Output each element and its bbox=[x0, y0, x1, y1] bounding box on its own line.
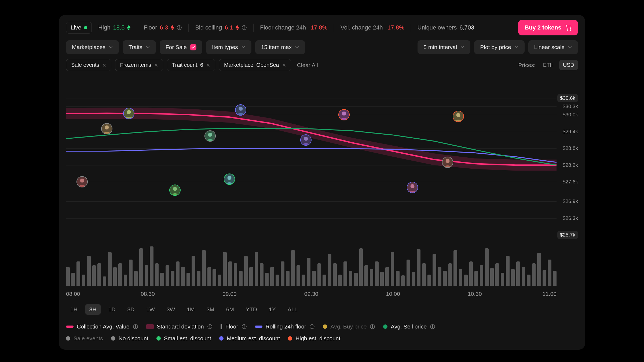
svg-point-31 bbox=[304, 137, 308, 141]
volume-bar bbox=[207, 267, 211, 286]
legend-item[interactable]: No discount bbox=[111, 335, 148, 342]
range-selector: 1H3H1D3D1W3W1M3M6MYTD1YALL bbox=[66, 304, 302, 315]
close-icon[interactable] bbox=[103, 63, 106, 67]
sale-event-marker[interactable] bbox=[123, 107, 135, 120]
filter-chip[interactable]: Sale events bbox=[66, 59, 111, 71]
volume-bar bbox=[228, 261, 232, 286]
filter-row-2: Sale eventsFrozen itemsTrait count: 6Mar… bbox=[59, 59, 585, 71]
volume-bar bbox=[113, 267, 117, 286]
volume-bar bbox=[480, 265, 484, 286]
currency-eth[interactable]: ETH bbox=[539, 60, 558, 70]
info-icon[interactable] bbox=[207, 324, 213, 329]
info-icon[interactable] bbox=[370, 324, 375, 329]
info-icon[interactable] bbox=[430, 324, 435, 329]
volume-bar bbox=[323, 275, 326, 286]
info-icon[interactable] bbox=[309, 324, 315, 329]
marketplaces-dropdown[interactable]: Marketplaces bbox=[66, 40, 119, 54]
legend-item[interactable]: Small est. discount bbox=[156, 335, 211, 342]
traits-dropdown[interactable]: Traits bbox=[123, 40, 156, 54]
range-3m[interactable]: 3M bbox=[202, 304, 219, 315]
item-max-dropdown[interactable]: 15 item max bbox=[255, 40, 305, 54]
item-types-dropdown[interactable]: Item types bbox=[206, 40, 251, 54]
sale-event-marker[interactable] bbox=[441, 156, 454, 168]
svg-point-4 bbox=[244, 26, 244, 27]
range-1d[interactable]: 1D bbox=[104, 304, 120, 315]
svg-point-48 bbox=[209, 325, 210, 326]
volume-bar bbox=[433, 254, 436, 286]
divider bbox=[411, 24, 411, 32]
volume-chart[interactable] bbox=[66, 243, 557, 286]
plot-by-dropdown[interactable]: Plot by price bbox=[474, 40, 525, 54]
volume-bar bbox=[527, 275, 530, 286]
legend-item[interactable]: High est. discount bbox=[288, 335, 340, 342]
info-icon[interactable] bbox=[241, 324, 247, 329]
range-1y[interactable]: 1Y bbox=[265, 304, 280, 315]
legend-item[interactable]: Medium est. discount bbox=[219, 335, 280, 342]
range-3w[interactable]: 3W bbox=[162, 304, 180, 315]
range-1w[interactable]: 1W bbox=[142, 304, 159, 315]
close-icon[interactable] bbox=[206, 63, 210, 67]
sale-event-marker[interactable] bbox=[204, 130, 216, 142]
svg-point-28 bbox=[239, 106, 243, 110]
clear-all-button[interactable]: Clear All bbox=[297, 62, 318, 68]
volume-bar bbox=[218, 275, 222, 286]
currency-usd[interactable]: USD bbox=[559, 60, 578, 70]
scale-dropdown[interactable]: Linear scale bbox=[528, 40, 578, 54]
close-icon[interactable] bbox=[282, 63, 286, 67]
svg-point-40 bbox=[446, 159, 450, 163]
y-axis-tick: $29.4k bbox=[563, 129, 578, 135]
sale-event-marker[interactable] bbox=[452, 110, 464, 123]
sale-event-marker[interactable] bbox=[169, 184, 181, 196]
sale-event-marker[interactable] bbox=[76, 176, 88, 188]
close-icon[interactable] bbox=[154, 63, 158, 67]
sale-event-marker[interactable] bbox=[101, 123, 113, 135]
range-6m[interactable]: 6M bbox=[222, 304, 238, 315]
volume-bar bbox=[171, 271, 174, 286]
volume-bar bbox=[407, 260, 410, 286]
divider bbox=[334, 24, 334, 32]
filter-chip[interactable]: Trait count: 6 bbox=[167, 59, 215, 71]
info-icon[interactable] bbox=[133, 324, 138, 329]
stat-owners: Unique owners 6,703 bbox=[418, 24, 474, 31]
legend-item[interactable]: Rolling 24h floor bbox=[255, 323, 315, 330]
volume-bar bbox=[260, 263, 264, 286]
volume-bar bbox=[422, 263, 426, 286]
svg-rect-5 bbox=[244, 27, 244, 29]
legend-item[interactable]: Standard deviation bbox=[146, 323, 213, 330]
volume-bar bbox=[385, 267, 389, 286]
legend-item[interactable]: Avg. Buy price bbox=[323, 323, 375, 330]
range-ytd[interactable]: YTD bbox=[241, 304, 261, 315]
range-all[interactable]: ALL bbox=[283, 304, 302, 315]
volume-bar bbox=[485, 248, 489, 286]
volume-bar bbox=[307, 258, 311, 286]
info-icon[interactable] bbox=[177, 25, 182, 30]
svg-point-43 bbox=[456, 113, 460, 117]
range-3h[interactable]: 3H bbox=[85, 304, 101, 315]
sale-event-marker[interactable] bbox=[235, 104, 247, 116]
info-icon[interactable] bbox=[241, 25, 247, 30]
range-3d[interactable]: 3D bbox=[123, 304, 139, 315]
interval-dropdown[interactable]: 5 min interval bbox=[418, 40, 470, 54]
legend-item[interactable]: Avg. Sell price bbox=[383, 323, 435, 330]
range-1h[interactable]: 1H bbox=[66, 304, 82, 315]
legend-item[interactable]: Collection Avg. Value bbox=[66, 323, 138, 330]
sale-event-marker[interactable] bbox=[406, 181, 419, 194]
eth-icon bbox=[127, 25, 130, 30]
volume-bar bbox=[181, 267, 185, 286]
svg-point-10 bbox=[80, 179, 84, 183]
volume-bar bbox=[244, 256, 248, 286]
legend-item[interactable]: Floor bbox=[221, 323, 247, 330]
volume-bar bbox=[134, 271, 138, 286]
price-chart[interactable]: $30.6k$30.3k$30.0k$29.4k$28.8k$28.2k$27.… bbox=[66, 98, 578, 235]
filter-chip[interactable]: Frozen items bbox=[115, 59, 163, 71]
legend-item[interactable]: Sale events bbox=[66, 335, 103, 342]
sale-event-marker[interactable] bbox=[223, 173, 236, 185]
range-1m[interactable]: 1M bbox=[182, 304, 199, 315]
filter-chip[interactable]: Marketplace: OpenSea bbox=[219, 59, 291, 71]
buy-tokens-button[interactable]: Buy 2 tokens bbox=[518, 20, 578, 35]
volume-bar bbox=[317, 263, 321, 286]
for-sale-toggle[interactable]: For Sale bbox=[160, 40, 202, 54]
volume-bar bbox=[312, 271, 316, 286]
sale-event-marker[interactable] bbox=[300, 134, 312, 146]
sale-event-marker[interactable] bbox=[338, 109, 350, 121]
